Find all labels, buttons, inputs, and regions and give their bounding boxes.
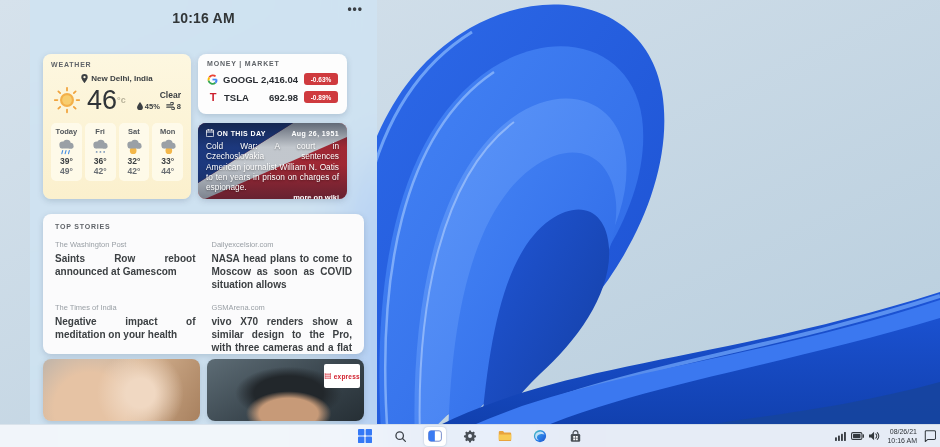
top-stories-title: TOP STORIES bbox=[55, 223, 352, 230]
market-widget[interactable]: MONEY | MARKET G bbox=[198, 54, 347, 114]
start-button[interactable] bbox=[354, 427, 376, 446]
story-thumbnail-man[interactable]: ▤ express bbox=[207, 359, 364, 421]
story-source: The Washington Post bbox=[55, 240, 196, 249]
forecast-temp-low: 42° bbox=[85, 166, 116, 176]
stock-row-tsla[interactable]: T TSLA 692.98 -0.89% bbox=[207, 91, 338, 103]
weather-forecast: Today 39° 49° Fri bbox=[51, 123, 183, 181]
drizzle-cloud-icon bbox=[90, 138, 110, 155]
notification-center-icon[interactable] bbox=[924, 430, 936, 442]
taskbar-center-icons bbox=[354, 425, 586, 447]
story-source: GSMArena.com bbox=[212, 303, 353, 312]
story-headline-link[interactable]: NASA head plans to come to Moscow as soo… bbox=[212, 252, 353, 291]
story-headline-link[interactable]: vivo X70 renders show a similar design t… bbox=[212, 315, 353, 354]
edge-browser-button[interactable] bbox=[529, 427, 551, 446]
story-item: GSMArena.com vivo X70 renders show a sim… bbox=[212, 303, 353, 354]
forecast-day-cell[interactable]: Fri 36° 42° bbox=[85, 123, 116, 181]
partly-sunny-cloud-icon bbox=[124, 138, 144, 155]
temperature-unit: °c bbox=[117, 95, 126, 105]
stock-price: 692.98 bbox=[269, 92, 298, 103]
tray-time: 10:16 AM bbox=[887, 436, 917, 445]
story-thumbnail-baby-hand[interactable] bbox=[43, 359, 200, 421]
windows-logo-icon bbox=[358, 429, 372, 443]
rain-cloud-icon bbox=[56, 138, 76, 155]
volume-icon bbox=[869, 431, 880, 441]
tesla-t-icon: T bbox=[207, 91, 219, 103]
panel-clock: 10:16 AM bbox=[30, 10, 377, 26]
location-pin-icon bbox=[81, 74, 88, 83]
stock-symbol: GOOGL bbox=[223, 74, 258, 85]
story-source: Dailyexcelsior.com bbox=[212, 240, 353, 249]
weather-location: New Delhi, India bbox=[91, 74, 152, 83]
forecast-temp-high: 39° bbox=[51, 156, 82, 166]
widgets-panel-header: 10:16 AM ••• bbox=[30, 0, 377, 48]
network-icon bbox=[835, 431, 846, 441]
on-this-day-title: ON THIS DAY bbox=[217, 130, 266, 137]
on-this-day-text: Cold War: A court in Czechoslovakia sent… bbox=[206, 141, 339, 193]
forecast-day-cell[interactable]: Mon 33° 44° bbox=[152, 123, 183, 181]
widgets-cards: WEATHER New Delhi, India bbox=[43, 54, 364, 421]
folder-icon bbox=[498, 430, 512, 442]
weather-title: WEATHER bbox=[51, 61, 183, 68]
on-this-day-date: Aug 26, 1951 bbox=[291, 130, 339, 137]
on-this-day-widget[interactable]: ON THIS DAY Aug 26, 1951 Cold War: A cou… bbox=[198, 123, 347, 199]
stock-row-googl[interactable]: GOOGL 2,416.04 -0.63% bbox=[207, 73, 338, 85]
express-logo: ▤ express bbox=[324, 364, 360, 388]
forecast-temp-high: 33° bbox=[152, 156, 183, 166]
gear-icon bbox=[463, 429, 477, 443]
forecast-day-label: Fri bbox=[85, 127, 116, 136]
story-item: Dailyexcelsior.com NASA head plans to co… bbox=[212, 240, 353, 291]
wind-value: 8 bbox=[177, 102, 181, 111]
story-item: The Times of India Negative impact of me… bbox=[55, 303, 196, 354]
desktop: 10:16 AM ••• WEATHER New Delhi, India bbox=[0, 0, 940, 447]
google-g-icon bbox=[207, 74, 218, 85]
calendar-icon bbox=[206, 129, 214, 137]
search-icon bbox=[394, 430, 407, 443]
story-headline-link[interactable]: Saints Row reboot announced at Gamescom bbox=[55, 252, 196, 278]
forecast-temp-high: 32° bbox=[119, 156, 150, 166]
forecast-temp-low: 44° bbox=[152, 166, 183, 176]
system-tray: 08/26/21 10:16 AM bbox=[835, 425, 936, 447]
more-on-wiki-link[interactable]: more on wiki bbox=[206, 193, 339, 199]
weather-widget[interactable]: WEATHER New Delhi, India bbox=[43, 54, 191, 199]
forecast-day-cell[interactable]: Sat 32° 42° bbox=[119, 123, 150, 181]
partly-sunny-cloud-icon bbox=[158, 138, 178, 155]
forecast-day-label: Mon bbox=[152, 127, 183, 136]
forecast-day-label: Sat bbox=[119, 127, 150, 136]
humidity-value: 45% bbox=[145, 102, 160, 111]
express-logo-text: express bbox=[334, 373, 360, 380]
top-stories-widget: TOP STORIES The Washington Post Saints R… bbox=[43, 214, 364, 354]
express-logo-icon: ▤ bbox=[324, 372, 332, 380]
store-bag-icon bbox=[569, 430, 582, 443]
humidity-droplet-icon bbox=[137, 102, 143, 110]
search-button[interactable] bbox=[389, 427, 411, 446]
market-title: MONEY | MARKET bbox=[207, 60, 338, 67]
widgets-button[interactable] bbox=[424, 427, 446, 446]
stock-symbol: TSLA bbox=[224, 92, 249, 103]
store-button[interactable] bbox=[564, 427, 586, 446]
forecast-day-cell[interactable]: Today 39° 49° bbox=[51, 123, 82, 181]
forecast-temp-low: 49° bbox=[51, 166, 82, 176]
settings-button[interactable] bbox=[459, 427, 481, 446]
widgets-panel: 10:16 AM ••• WEATHER New Delhi, India bbox=[30, 0, 377, 447]
stock-price: 2,416.04 bbox=[261, 74, 298, 85]
edge-icon bbox=[533, 429, 547, 443]
wind-icon bbox=[166, 102, 175, 110]
current-temperature: 46 bbox=[87, 85, 117, 115]
more-horizontal-icon: ••• bbox=[347, 2, 363, 16]
widgets-icon bbox=[428, 430, 442, 442]
weather-condition: Clear bbox=[137, 90, 181, 100]
forecast-day-label: Today bbox=[51, 127, 82, 136]
taskbar-clock[interactable]: 08/26/21 10:16 AM bbox=[887, 427, 917, 446]
tray-date: 08/26/21 bbox=[887, 427, 917, 436]
story-thumbnails: ▤ express bbox=[43, 359, 364, 421]
sun-icon bbox=[53, 86, 81, 114]
file-explorer-button[interactable] bbox=[494, 427, 516, 446]
more-menu-button[interactable]: ••• bbox=[347, 4, 363, 14]
story-item: The Washington Post Saints Row reboot an… bbox=[55, 240, 196, 291]
tray-status-icons[interactable] bbox=[835, 431, 880, 441]
stock-change-badge: -0.89% bbox=[304, 91, 338, 103]
story-headline-link[interactable]: Negative impact of meditation on your he… bbox=[55, 315, 196, 341]
battery-icon bbox=[851, 432, 864, 440]
stock-change-badge: -0.63% bbox=[304, 73, 338, 85]
forecast-temp-high: 36° bbox=[85, 156, 116, 166]
